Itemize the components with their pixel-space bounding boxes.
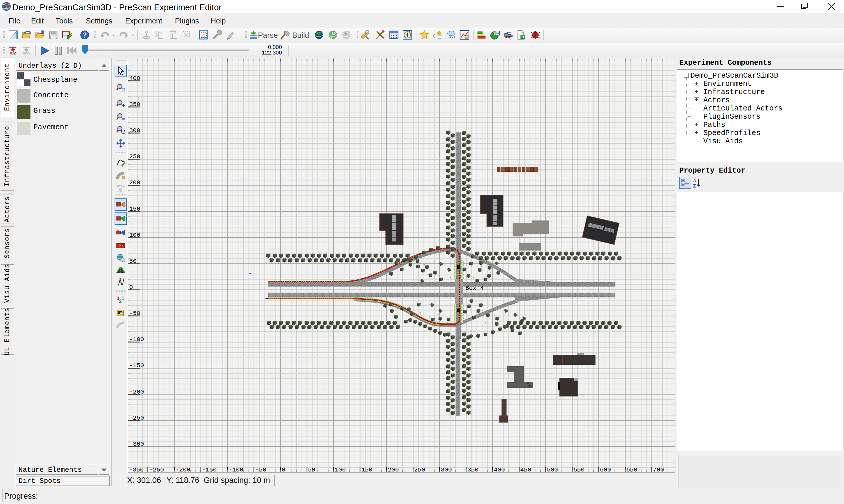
svg-text:400: 400 — [129, 75, 140, 82]
svg-text:Y: 118.76: Y: 118.76 — [166, 476, 199, 485]
svg-text:300: 300 — [129, 127, 140, 134]
svg-text:-300: -300 — [129, 441, 144, 447]
svg-text:-350: -350 — [129, 467, 144, 473]
svg-text:-200: -200 — [176, 467, 190, 473]
svg-text:200: 200 — [129, 179, 140, 186]
svg-text:50: 50 — [129, 258, 137, 265]
svg-text:450: 450 — [520, 467, 531, 473]
svg-text:-250: -250 — [149, 467, 164, 473]
svg-text:-100: -100 — [229, 467, 243, 473]
svg-text:0: 0 — [282, 467, 285, 473]
svg-text:-150: -150 — [202, 467, 217, 473]
svg-text:Z: Z — [693, 183, 696, 189]
svg-text:-50: -50 — [129, 310, 140, 317]
svg-text:A: A — [693, 178, 697, 183]
svg-text:-250: -250 — [129, 415, 144, 421]
svg-text:1: 1 — [122, 296, 124, 301]
svg-text:?: ? — [83, 31, 87, 39]
svg-text:250: 250 — [414, 467, 425, 473]
svg-text:-200: -200 — [129, 389, 144, 395]
svg-text:50: 50 — [308, 467, 315, 473]
svg-text:350: 350 — [129, 101, 140, 108]
svg-text:2: 2 — [119, 299, 122, 304]
svg-text:-150: -150 — [129, 362, 144, 369]
svg-text:150: 150 — [129, 206, 140, 213]
svg-text:0: 0 — [129, 284, 133, 291]
svg-text:Box_4: Box_4 — [465, 285, 484, 291]
svg-text:650: 650 — [626, 467, 638, 473]
svg-text:X: 301.06: X: 301.06 — [127, 476, 161, 485]
svg-text:-100: -100 — [129, 336, 144, 343]
svg-text:250: 250 — [129, 153, 140, 160]
svg-text:100: 100 — [129, 232, 140, 238]
svg-text:Grid spacing: 10 m: Grid spacing: 10 m — [204, 476, 270, 485]
